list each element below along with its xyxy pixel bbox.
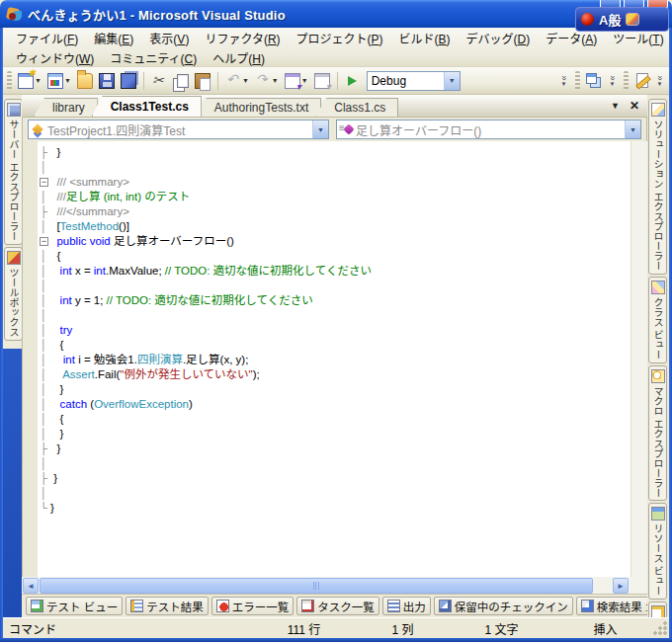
- code-token: }: [50, 428, 63, 440]
- close-document-icon[interactable]: ✕: [630, 99, 639, 113]
- fold-marker: │: [38, 353, 50, 367]
- properties-window-button[interactable]: [632, 70, 650, 92]
- copy-icon: [177, 74, 189, 88]
- error-list-icon: [216, 600, 229, 612]
- vertical-scrollbar[interactable]: [630, 141, 647, 577]
- title-bar[interactable]: べんきょうかい1 - Microsoft Visual Studio: [0, 0, 672, 28]
- start-debugging-button[interactable]: [343, 70, 362, 92]
- side-tab-right-3[interactable]: マクロ エクスプローラー: [648, 365, 667, 502]
- scroll-right-arrow[interactable]: ►: [613, 578, 629, 594]
- scroll-left-arrow[interactable]: ◄: [23, 578, 39, 594]
- cut-button[interactable]: [149, 70, 169, 92]
- fold-marker[interactable]: −: [38, 175, 50, 190]
- code-token: }: [50, 472, 57, 484]
- document-tab-2[interactable]: Class1Test.cs: [92, 96, 202, 117]
- output-button[interactable]: 出力: [382, 597, 431, 615]
- toolbar-overflow-button[interactable]: »▼: [557, 75, 570, 87]
- document-tab-1[interactable]: library: [34, 98, 98, 117]
- menu-item-row1-5[interactable]: プロジェクト(P): [289, 28, 391, 48]
- fold-collapse-icon[interactable]: −: [40, 237, 48, 246]
- redo-button[interactable]: ▼: [253, 70, 281, 92]
- save-all-icon: [121, 73, 136, 89]
- fold-marker: │: [38, 456, 50, 471]
- resize-grip[interactable]: [652, 620, 668, 636]
- save-button[interactable]: [97, 70, 117, 92]
- error-list-button[interactable]: エラー一覧: [211, 597, 294, 615]
- undo-button[interactable]: ▼: [223, 70, 251, 92]
- menu-item-row2-3[interactable]: ヘルプ(H): [205, 47, 273, 68]
- status-bar: コマンド 111 行 1 列 1 文字 挿入: [3, 617, 669, 638]
- open-file-button[interactable]: [75, 70, 95, 92]
- document-list-dropdown-icon[interactable]: ▼: [611, 101, 620, 111]
- document-tab-3[interactable]: AuthoringTests.txt: [196, 98, 321, 117]
- code-line: │ ///足し算 (int, int) のテスト: [38, 190, 630, 204]
- panel-button-label: エラー一覧: [232, 599, 290, 614]
- side-tab-left-1[interactable]: サーバー エクスプローラー: [4, 99, 23, 245]
- combo-dropdown-button[interactable]: ▼: [312, 120, 328, 138]
- toolbar-grip[interactable]: [575, 71, 580, 91]
- side-tab-right-4[interactable]: リソース ビュー: [648, 503, 667, 600]
- document-tab-4[interactable]: Class1.cs: [315, 98, 398, 117]
- combo-dropdown-button[interactable]: ▼: [444, 72, 460, 90]
- fold-marker: └: [38, 501, 50, 516]
- menu-row-2: ウィンドウ(W)コミュニティ(C)ヘルプ(H): [3, 47, 669, 67]
- find-results-button[interactable]: 検索結果 1: [576, 597, 647, 615]
- document-tab-label: AuthoringTests.txt: [214, 101, 308, 115]
- members-dropdown[interactable]: 足し算オーバーフロー() ▼: [336, 120, 641, 139]
- menu-item-row1-6[interactable]: ビルド(B): [391, 28, 459, 48]
- ime-options-icon[interactable]: [626, 13, 639, 26]
- fold-marker: │: [38, 382, 50, 397]
- code-token: y = 1;: [72, 294, 107, 306]
- scissors-icon: [151, 73, 167, 89]
- code-token: .MaxValue;: [106, 265, 165, 277]
- ime-language-bar: A般: [575, 7, 669, 32]
- paste-button[interactable]: [193, 70, 212, 92]
- fold-marker: │: [38, 367, 50, 382]
- find-results-icon: [581, 600, 594, 612]
- task-list-button[interactable]: タスク一覧: [296, 597, 379, 615]
- menu-item-row2-2[interactable]: コミュニティ(C): [102, 47, 205, 68]
- test-results-button[interactable]: テスト結果: [126, 597, 209, 615]
- copy-button[interactable]: [171, 70, 191, 92]
- panel-button-label: 出力: [403, 599, 426, 614]
- types-dropdown[interactable]: TestProject1.四則演算Test ▼: [28, 120, 329, 139]
- navigate-forward-button[interactable]: [312, 70, 332, 92]
- undo-icon: [225, 73, 241, 89]
- menu-item-row2-1[interactable]: ウィンドウ(W): [8, 47, 102, 68]
- toolbar-overflow-button[interactable]: »▼: [606, 75, 619, 87]
- navigate-backward-button[interactable]: ▼: [283, 70, 310, 92]
- combo-dropdown-button[interactable]: ▼: [625, 120, 640, 138]
- code-text-area[interactable]: ├ }│− /// <summary>│ ///足し算 (int, int) の…: [38, 141, 630, 577]
- menu-item-row1-7[interactable]: デバッグ(D): [459, 28, 539, 48]
- menu-item-row1-3[interactable]: 表示(V): [141, 28, 197, 48]
- side-tab-right-5[interactable]: プロパティ: [648, 602, 667, 617]
- ime-input-style-icon[interactable]: [581, 13, 594, 26]
- dropdown-arrow-icon: ▼: [301, 77, 308, 84]
- ime-mode-indicator[interactable]: A般: [599, 10, 621, 29]
- pending-checkins-button[interactable]: 保留中のチェックイン: [434, 597, 573, 615]
- add-new-item-button[interactable]: ▼: [45, 70, 73, 92]
- test-view-button[interactable]: テスト ビュー: [26, 597, 123, 615]
- solution-explorer-toolbar-button[interactable]: [584, 70, 603, 92]
- toolbar-overflow-button[interactable]: »▼: [653, 75, 666, 87]
- side-tab-right-2[interactable]: クラス ビュー: [648, 277, 667, 363]
- fold-marker[interactable]: −: [38, 234, 50, 249]
- menu-item-row1-4[interactable]: リファクタ(R): [197, 28, 288, 48]
- side-tab-right-1[interactable]: ソリューション エクスプローラー: [648, 99, 667, 275]
- solution-explorer-icon: [651, 103, 665, 117]
- side-tab-left-2[interactable]: ツールボックス: [4, 247, 23, 341]
- fold-marker: │: [38, 190, 50, 204]
- fold-collapse-icon[interactable]: −: [40, 178, 48, 187]
- code-editor[interactable]: ├ }│− /// <summary>│ ///足し算 (int, int) の…: [22, 141, 647, 577]
- fold-marker: │: [38, 308, 50, 323]
- standard-toolbar: ▼ ▼ ▼ ▼ ▼ Debug ▼ »▼ »▼ »▼: [3, 67, 669, 95]
- solution-configurations-combo[interactable]: Debug ▼: [367, 71, 461, 91]
- indicator-margin[interactable]: [23, 141, 38, 577]
- toolbar-grip[interactable]: [7, 71, 12, 91]
- horizontal-scroll-thumb[interactable]: [40, 578, 593, 594]
- save-all-button[interactable]: [119, 70, 138, 92]
- new-project-button[interactable]: ▼: [16, 70, 43, 92]
- menu-item-row1-2[interactable]: 編集(E): [86, 28, 141, 48]
- menu-item-row1-1[interactable]: ファイル(F): [8, 28, 86, 48]
- toolbar-grip[interactable]: [624, 71, 629, 91]
